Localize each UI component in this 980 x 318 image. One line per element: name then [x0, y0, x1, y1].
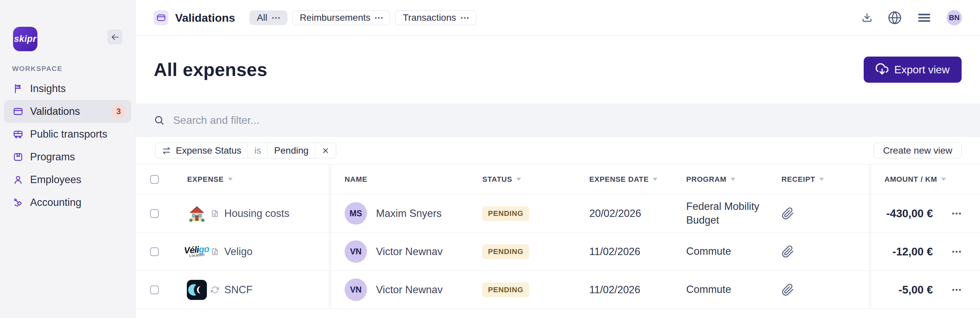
program-name: Federal Mobility Budget [686, 200, 775, 227]
table-row[interactable]: Housing costs MS Maxim Snyers PENDING 20… [136, 195, 980, 233]
paperclip-icon[interactable] [781, 207, 794, 220]
expense-title: Housing costs [224, 208, 290, 220]
column-label: EXPENSE [187, 175, 224, 184]
sync-icon [211, 286, 219, 294]
sort-icon [653, 178, 657, 181]
row-more-button[interactable] [951, 213, 962, 214]
menu-button[interactable] [917, 11, 931, 25]
tab-more-icon[interactable] [272, 17, 280, 19]
sidebar-item-accounting[interactable]: Accounting [4, 191, 131, 214]
validations-count-badge: 3 [111, 104, 126, 119]
row-checkbox[interactable] [150, 248, 159, 256]
search-bar[interactable] [136, 104, 980, 137]
sidebar-collapse-button[interactable] [107, 29, 123, 45]
tab-label: Reimbursements [300, 13, 371, 23]
close-icon [321, 147, 329, 155]
filter-row: Expense Status is Pending Create new vie… [136, 137, 980, 164]
column-header-amount[interactable]: AMOUNT / KM [871, 165, 980, 194]
amount-value: -12,00 € [892, 245, 933, 258]
sidebar-item-label: Validations [30, 105, 80, 118]
main-content: Validations All Reimbursements Transacti… [136, 0, 980, 318]
sort-icon [819, 178, 824, 181]
row-checkbox[interactable] [150, 286, 159, 294]
filter-operator-segment[interactable]: is [248, 143, 268, 158]
tab-reimbursements[interactable]: Reimbursements [292, 10, 391, 25]
employee-name: Victor Newnav [376, 246, 442, 258]
employee-avatar: VN [345, 240, 367, 263]
employee-name: Maxim Snyers [376, 208, 442, 220]
sidebar-item-insights[interactable]: Insights [4, 77, 131, 100]
veligo-logo-caption: Location [189, 253, 205, 258]
tab-transactions[interactable]: Transactions [395, 10, 476, 25]
select-all-checkbox[interactable] [150, 175, 159, 184]
sidebar-item-public-transports[interactable]: Public transports [4, 123, 131, 145]
column-header-program[interactable]: PROGRAM [679, 165, 775, 194]
status-badge: PENDING [482, 283, 529, 297]
more-dots-icon [952, 289, 961, 291]
paperclip-icon[interactable] [781, 283, 794, 296]
tab-more-icon[interactable] [461, 17, 469, 19]
paperclip-icon[interactable] [781, 245, 794, 258]
more-dots-icon [952, 213, 961, 214]
expense-date: 11/02/2026 [589, 284, 640, 296]
amount-value: -5,00 € [899, 283, 933, 296]
validations-card-icon [154, 10, 169, 25]
column-label: STATUS [482, 175, 512, 184]
filter-remove-button[interactable] [315, 143, 336, 158]
export-view-button[interactable]: Export view [864, 57, 962, 83]
status-badge: PENDING [482, 206, 529, 221]
column-header-expense-date[interactable]: EXPENSE DATE [582, 165, 679, 194]
column-label: PROGRAM [686, 175, 727, 184]
employee-name: Victor Newnav [376, 284, 442, 296]
page-title: All expenses [154, 59, 267, 80]
download-icon [862, 13, 872, 23]
sidebar: skipr WORKSPACE Insights Validations 3 [0, 0, 136, 318]
row-more-button[interactable] [951, 251, 962, 253]
language-button[interactable] [888, 11, 902, 25]
globe-icon [888, 11, 902, 25]
row-checkbox[interactable] [150, 209, 159, 218]
column-label: NAME [345, 175, 368, 184]
column-header-receipt[interactable]: RECEIPT [775, 165, 871, 194]
tab-label: All [257, 13, 267, 23]
column-header-status[interactable]: STATUS [475, 165, 582, 194]
filter-chip: Expense Status is Pending [155, 142, 336, 158]
workspace-section-label: WORKSPACE [0, 65, 135, 73]
sort-icon [731, 178, 735, 181]
expense-title: Veligo [224, 246, 252, 258]
user-avatar[interactable]: BN [947, 10, 962, 26]
sidebar-item-label: Programs [30, 151, 75, 163]
skipr-logo-text: skipr [14, 34, 37, 44]
tab-all[interactable]: All [249, 10, 288, 25]
column-label: AMOUNT / KM [885, 175, 937, 184]
table-row[interactable]: SNCF VN Victor Newnav PENDING 11/02/2026… [136, 271, 980, 309]
skipr-logo: skipr [13, 27, 37, 51]
tab-more-icon[interactable] [375, 17, 383, 19]
table-row[interactable]: Véligo Location Veligo VN Victor Newnav … [136, 233, 980, 271]
column-header-name[interactable]: NAME [329, 165, 475, 194]
search-icon [154, 115, 164, 126]
sidebar-item-programs[interactable]: Programs [4, 145, 131, 168]
table-header-row: EXPENSE NAME STATUS EXPENSE DATE PROGRAM… [136, 164, 980, 195]
topbar: Validations All Reimbursements Transacti… [136, 0, 980, 36]
column-label: EXPENSE DATE [589, 175, 649, 184]
insights-icon [13, 83, 24, 94]
create-new-view-button[interactable]: Create new view [874, 142, 962, 158]
row-more-button[interactable] [951, 289, 962, 291]
filter-value-segment[interactable]: Pending [268, 143, 315, 158]
sidebar-item-validations[interactable]: Validations 3 [4, 100, 131, 123]
export-view-label: Export view [894, 64, 950, 76]
package-icon [13, 152, 24, 162]
sidebar-item-label: Insights [30, 83, 66, 95]
amount-value: -430,00 € [886, 207, 933, 220]
filter-field-segment[interactable]: Expense Status [156, 143, 248, 158]
card-icon [13, 106, 24, 117]
search-input[interactable] [173, 114, 962, 126]
ticket-icon [13, 197, 24, 208]
document-icon [211, 209, 219, 217]
download-button[interactable] [862, 13, 872, 23]
employee-avatar: VN [345, 278, 367, 301]
sidebar-item-employees[interactable]: Employees [4, 168, 131, 191]
column-header-expense[interactable]: EXPENSE [167, 165, 329, 194]
more-dots-icon [952, 251, 961, 253]
